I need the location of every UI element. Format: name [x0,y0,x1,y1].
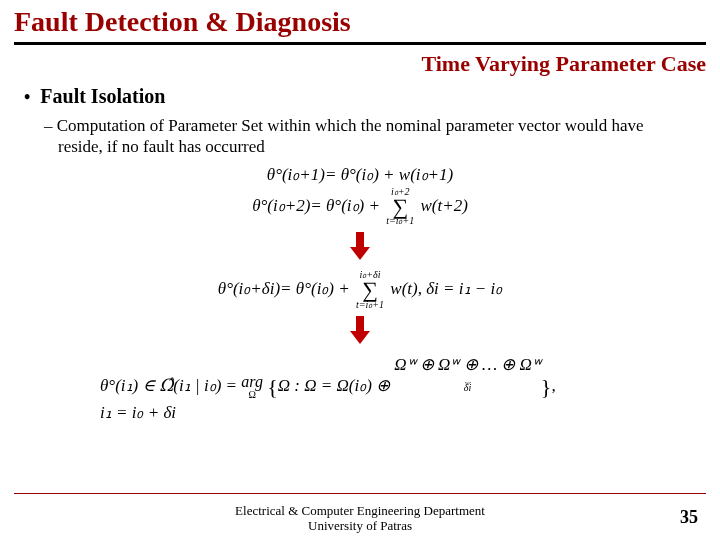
svg-marker-3 [350,331,370,344]
svg-rect-2 [356,316,364,331]
arrow-down-icon [350,232,370,260]
equation-2: θ°(i₀+2)= θ°(i₀) + i₀+2 ∑ t=i₀+1 w(t+2) [40,187,680,227]
equation-1: θ°(i₀+1)= θ°(i₀) + w(i₀+1) [40,164,680,185]
equation-4: θ°(i₁) ∈ Ω̂(i₁ | i₀) = arg Ω {Ω : Ω = Ω(… [40,354,680,400]
svg-marker-1 [350,247,370,260]
footer-line1: Electrical & Computer Engineering Depart… [0,503,720,519]
footer-rule [14,493,706,494]
arrow-down-icon [350,316,370,344]
footer-line2: University of Patras [0,518,720,534]
slide-title: Fault Detection & Diagnosis [0,0,720,42]
equation-3: θ°(i₀+δi)= θ°(i₀) + i₀+δi ∑ t=i₀+1 w(t),… [40,270,680,310]
bullet-dot-icon: • [24,85,30,109]
svg-rect-0 [356,232,364,247]
slide-subtitle: Time Varying Parameter Case [0,45,720,85]
bullet-level2: – Computation of Parameter Set within wh… [24,115,686,158]
bullet-level1: • Fault Isolation [24,85,686,109]
bullet-level1-text: Fault Isolation [40,85,165,108]
page-number: 35 [680,507,698,528]
equation-5: i₁ = i₀ + δi [40,402,680,423]
footer-text: Electrical & Computer Engineering Depart… [0,503,720,534]
